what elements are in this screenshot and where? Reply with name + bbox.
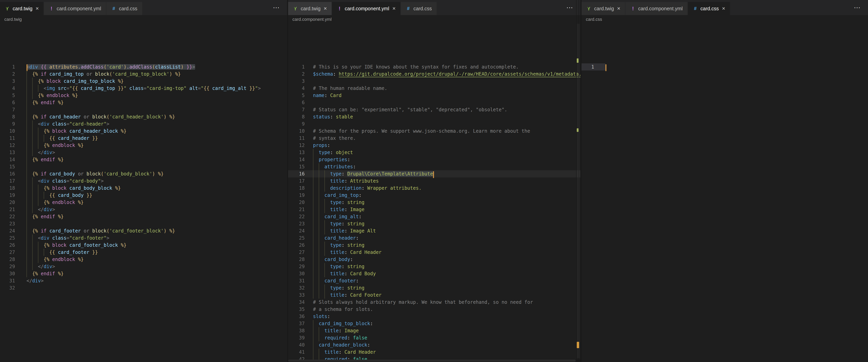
code-line[interactable]: 40 card_header_block: (288, 341, 581, 349)
breadcrumb[interactable]: card.component.yml (288, 15, 581, 24)
code-line[interactable]: 29 type: string (288, 263, 581, 270)
tab-card-css[interactable]: #card.css× (688, 2, 731, 15)
code-editor-card-component-yml[interactable]: 1# This is so your IDE knows about the s… (288, 24, 581, 362)
code-line[interactable]: 28 card_body: (288, 256, 581, 263)
tab-card-component-yml[interactable]: !card.component.yml× (332, 2, 401, 15)
more-actions-icon[interactable]: ⋯ (854, 4, 861, 11)
tab-card-component-yml[interactable]: !card.component.yml (625, 2, 688, 15)
code-line[interactable]: 1<div {{ attributes.addClass('card').add… (0, 63, 287, 71)
code-line[interactable]: 21 </div> (0, 206, 287, 213)
code-line[interactable]: 17 title: Attributes (288, 177, 581, 185)
code-line[interactable]: 13 </div> (0, 149, 287, 156)
tab-card-css[interactable]: #card.css (106, 2, 143, 15)
code-line[interactable]: 31 card_footer: (288, 277, 581, 284)
code-line[interactable]: 20 type: string (288, 199, 581, 206)
code-line[interactable]: 4# The human readable name. (288, 85, 581, 92)
code-line[interactable]: 1 (582, 63, 868, 71)
code-line[interactable]: 24 {% if card_footer or block('card_foot… (0, 227, 287, 234)
line-number: 35 (288, 306, 305, 313)
code-line[interactable]: 7# Status can be: "experimental", "stabl… (288, 106, 581, 113)
code-line[interactable]: 14 {% endif %} (0, 156, 287, 163)
code-line[interactable]: 39 required: false (288, 334, 581, 341)
close-tab-icon[interactable]: × (36, 6, 39, 11)
code-line[interactable]: 25 card_header: (288, 234, 581, 242)
code-line[interactable]: 30 {% endif %} (0, 270, 287, 277)
code-line[interactable]: 13 type: object (288, 149, 581, 156)
code-line[interactable]: 32 type: string (288, 284, 581, 291)
code-line[interactable]: 11 {{ card_header }} (0, 135, 287, 142)
tab-card-twig[interactable]: card.twig× (582, 2, 625, 15)
close-tab-icon[interactable]: × (393, 6, 396, 11)
code-line[interactable]: 22 card_img_alt: (288, 213, 581, 220)
code-line[interactable]: 37 card_img_top_block: (288, 320, 581, 327)
code-line[interactable]: 23 type: string (288, 220, 581, 227)
tab-card-component-yml[interactable]: !card.component.yml (44, 2, 106, 15)
code-line[interactable]: 5name: Card (288, 92, 581, 99)
code-line[interactable]: 9 <div class="card-header"> (0, 120, 287, 128)
code-line[interactable]: 1# This is so your IDE knows about the s… (288, 63, 581, 71)
code-line[interactable]: 24 title: Image Alt (288, 227, 581, 234)
code-line[interactable]: 8 {% if card_header or block('card_heade… (0, 113, 287, 120)
code-line[interactable]: 6 {% endif %} (0, 99, 287, 106)
code-line[interactable]: 3 (288, 78, 581, 85)
code-line[interactable]: 15 attributes: (288, 163, 581, 170)
vertical-scrollbar[interactable] (577, 24, 580, 358)
tab-card-twig[interactable]: card.twig× (288, 2, 332, 15)
code-line[interactable]: 17 <div class="card-body"> (0, 177, 287, 185)
close-tab-icon[interactable]: × (617, 6, 620, 11)
code-line[interactable]: 14 properties: (288, 156, 581, 163)
code-line[interactable]: 28 {% endblock %} (0, 256, 287, 263)
code-line[interactable]: 12props: (288, 142, 581, 149)
tab-card-twig[interactable]: card.twig× (0, 2, 44, 15)
code-line[interactable]: 16 {% if card_body or block('card_body_b… (0, 170, 287, 177)
code-editor-card-css[interactable]: 1 (582, 24, 868, 362)
code-line[interactable]: 20 {% endblock %} (0, 199, 287, 206)
code-line[interactable]: 11# syntax there. (288, 135, 581, 142)
code-line[interactable]: 32 (0, 284, 287, 291)
breadcrumb[interactable]: card.twig (0, 15, 287, 24)
code-line[interactable]: 22 {% endif %} (0, 213, 287, 220)
code-line[interactable]: 4 <img src="{{ card_img_top }}" class="c… (0, 85, 287, 92)
code-line[interactable]: 6 (288, 99, 581, 106)
code-line[interactable]: 10# Schema for the props. We support www… (288, 128, 581, 135)
code-line[interactable]: 27 {{ card_footer }} (0, 249, 287, 256)
code-line[interactable]: 38 title: Image (288, 327, 581, 334)
tab-card-css[interactable]: #card.css (401, 2, 437, 15)
code-line[interactable]: 5 {% endblock %} (0, 92, 287, 99)
code-line[interactable]: 30 title: Card Body (288, 270, 581, 277)
close-tab-icon[interactable]: × (324, 6, 327, 11)
code-line[interactable]: 41 title: Card Header (288, 349, 581, 356)
code-line[interactable]: 19 card_img_top: (288, 192, 581, 199)
code-line[interactable]: 35# a schema for slots. (288, 306, 581, 313)
code-line[interactable]: 26 {% block card_footer_block %} (0, 242, 287, 249)
code-line[interactable]: 9 (288, 120, 581, 128)
code-line[interactable]: 10 {% block card_header_block %} (0, 128, 287, 135)
breadcrumb[interactable]: card.css (582, 15, 868, 24)
code-line[interactable]: 15 (0, 163, 287, 170)
code-line[interactable]: 33 title: Card Footer (288, 291, 581, 299)
code-line[interactable]: 7 (0, 106, 287, 113)
code-line[interactable]: 18 description: Wrapper attributes. (288, 185, 581, 192)
code-line[interactable]: 29 </div> (0, 263, 287, 270)
more-actions-icon[interactable]: ⋯ (273, 4, 280, 11)
code-line[interactable]: 25 <div class="card-footer"> (0, 234, 287, 242)
more-actions-icon[interactable]: ⋯ (566, 4, 574, 11)
code-line[interactable]: 2 {% if card_img_top or block('card_img_… (0, 71, 287, 78)
code-line[interactable]: 26 type: string (288, 242, 581, 249)
code-line[interactable]: 21 title: Image (288, 206, 581, 213)
horizontal-scrollbar[interactable] (288, 360, 576, 362)
close-tab-icon[interactable]: × (722, 6, 725, 11)
code-line[interactable]: 23 (0, 220, 287, 227)
code-line[interactable]: 12 {% endblock %} (0, 142, 287, 149)
code-line[interactable]: 31</div> (0, 277, 287, 284)
code-line[interactable]: 3 {% block card_img_top_block %} (0, 78, 287, 85)
code-line[interactable]: 16 type: Drupal\Core\Template\Attribute (288, 170, 581, 177)
code-line[interactable]: 19 {{ card_body }} (0, 192, 287, 199)
code-line[interactable]: 2$schema: https://git.drupalcode.org/pro… (288, 71, 581, 78)
code-line[interactable]: 27 title: Card Header (288, 249, 581, 256)
code-line[interactable]: 18 {% block card_body_block %} (0, 185, 287, 192)
code-line[interactable]: 8status: stable (288, 113, 581, 120)
code-editor-card-twig[interactable]: 1<div {{ attributes.addClass('card').add… (0, 24, 287, 362)
code-line[interactable]: 36slots: (288, 313, 581, 320)
code-line[interactable]: 34# Slots always hold arbitrary markup. … (288, 299, 581, 306)
